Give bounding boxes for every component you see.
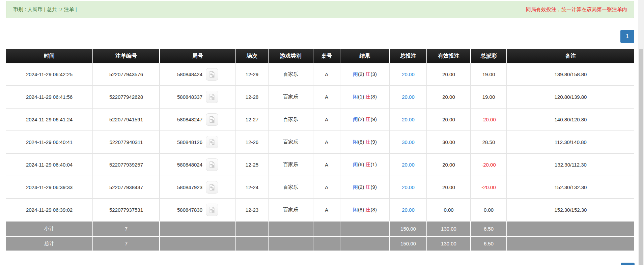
cell-session: 12-25 <box>236 153 269 176</box>
round-video-button[interactable] <box>206 136 218 148</box>
film-document-icon <box>208 183 216 191</box>
total-bet-link[interactable]: 20.00 <box>402 162 415 168</box>
cell-table-no: A <box>313 63 340 85</box>
cell-game-type: 百家乐 <box>269 130 313 153</box>
film-document-icon <box>208 206 216 214</box>
total-bet-link[interactable]: 20.00 <box>402 117 415 122</box>
cell-bet-id: 522077943576 <box>93 63 160 85</box>
total-bet-link[interactable]: 20.00 <box>402 207 415 213</box>
round-video-button[interactable] <box>206 91 218 103</box>
table-row: 2024-11-29 06:42:25 522077943576 5808484… <box>6 63 634 85</box>
cell-game-type: 百家乐 <box>269 176 313 198</box>
table-row: 2024-11-29 06:40:41 522077940311 5808481… <box>6 130 634 153</box>
cell-payout: 19.00 <box>471 63 507 85</box>
total-bet-link[interactable]: 30.00 <box>402 139 415 145</box>
vertical-scrollbar[interactable] <box>638 0 644 265</box>
col-header-session: 场次 <box>236 49 269 63</box>
cell-remark: 132.30/112.30 <box>507 153 634 176</box>
cell-bet-id: 522077942628 <box>93 85 160 108</box>
table-row: 2024-11-29 06:41:56 522077942628 5808483… <box>6 85 634 108</box>
subtotal-valid-bet: 130.00 <box>427 221 471 236</box>
col-header-time: 时间 <box>6 49 93 63</box>
result-banker-label: 庄 <box>366 71 371 77</box>
film-document-icon <box>208 138 216 146</box>
cell-total-bet: 20.00 <box>390 176 427 198</box>
scrollbar-thumb[interactable] <box>639 49 643 265</box>
cell-table-no: A <box>313 176 340 198</box>
cell-remark: 139.80/158.80 <box>507 63 634 85</box>
cell-session: 12-28 <box>236 85 269 108</box>
cell-time: 2024-11-29 06:40:04 <box>6 153 93 176</box>
table-row: 2024-11-29 06:40:04 522077939257 5808480… <box>6 153 634 176</box>
round-video-button[interactable] <box>206 158 218 171</box>
content-area: 币别 : 人民币 | 总共 :7 注单 | 同局有效投注，统一计算在该局第一张注… <box>6 0 634 251</box>
subtotal-payout: 6.50 <box>471 221 507 236</box>
cell-valid-bet: 20.00 <box>427 176 471 198</box>
result-player-label: 闲 <box>353 71 358 77</box>
film-document-icon <box>208 70 216 78</box>
currency-summary-text: 币别 : 人民币 | 总共 :7 注单 | <box>13 6 77 13</box>
page-1-button[interactable]: 1 <box>620 30 634 43</box>
cell-remark: 120.80/139.80 <box>507 85 634 108</box>
result-banker-label: 庄 <box>366 116 371 122</box>
result-banker-label: 庄 <box>366 207 371 212</box>
film-document-icon <box>208 93 216 101</box>
round-video-button[interactable] <box>206 68 218 81</box>
bet-records-table: 时间 注单编号 局号 场次 游戏类别 桌号 结果 总投注 有效投注 总派彩 备注… <box>6 49 634 251</box>
cell-session: 12-27 <box>236 108 269 130</box>
cell-result: 闲(2) 庄(9) <box>340 108 390 130</box>
cell-bet-id: 522077941591 <box>93 108 160 130</box>
result-banker-score: (8) <box>371 94 377 99</box>
cell-remark: 152.30/152.30 <box>507 198 634 221</box>
cell-total-bet: 20.00 <box>390 85 427 108</box>
total-bet-link[interactable]: 20.00 <box>402 71 415 77</box>
page-1-button-bottom-partial[interactable] <box>621 263 635 265</box>
total-bet-link[interactable]: 20.00 <box>402 94 415 100</box>
col-header-round-no: 局号 <box>160 49 236 63</box>
cell-round-no: 580848126 <box>177 139 202 145</box>
cell-result: 闲(8) 庄(8) <box>340 198 390 221</box>
cell-payout: -20.00 <box>471 153 507 176</box>
total-payout: 6.50 <box>471 236 507 251</box>
cell-round-no: 580847830 <box>177 207 202 213</box>
result-player-score: (1) <box>358 94 366 99</box>
cell-round-no: 580848424 <box>177 71 202 77</box>
cell-game-type: 百家乐 <box>269 108 313 130</box>
cell-valid-bet: 20.00 <box>427 85 471 108</box>
cell-game-type: 百家乐 <box>269 198 313 221</box>
valid-bet-notice-text: 同局有效投注，统一计算在该局第一张注单内 <box>526 6 627 13</box>
result-player-label: 闲 <box>353 161 358 167</box>
table-body: 2024-11-29 06:42:25 522077943576 5808484… <box>6 63 634 221</box>
cell-valid-bet: 20.00 <box>427 108 471 130</box>
bet-records-page: 币别 : 人民币 | 总共 :7 注单 | 同局有效投注，统一计算在该局第一张注… <box>0 0 644 265</box>
cell-valid-bet: 30.00 <box>427 130 471 153</box>
total-bet-link[interactable]: 20.00 <box>402 184 415 190</box>
result-player-score: (8) <box>358 139 366 145</box>
subtotal-row: 小计 7 150.00 130.00 6.50 <box>6 221 634 236</box>
round-video-button[interactable] <box>206 113 218 126</box>
col-header-game-type: 游戏类别 <box>269 49 313 63</box>
result-banker-score: (8) <box>371 207 377 212</box>
result-banker-score: (9) <box>371 184 377 190</box>
col-header-total-bet: 总投注 <box>390 49 427 63</box>
col-header-remark: 备注 <box>507 49 634 63</box>
cell-table-no: A <box>313 130 340 153</box>
result-player-score: (8) <box>358 207 366 212</box>
table-row: 2024-11-29 06:39:33 522077938437 5808479… <box>6 176 634 198</box>
result-banker-label: 庄 <box>366 161 371 167</box>
round-video-button[interactable] <box>206 181 218 194</box>
result-player-label: 闲 <box>353 207 358 212</box>
round-video-button[interactable] <box>206 204 218 216</box>
cell-remark: 152.30/132.30 <box>507 176 634 198</box>
cell-bet-id: 522077937531 <box>93 198 160 221</box>
table-row: 2024-11-29 06:39:02 522077937531 5808478… <box>6 198 634 221</box>
cell-remark: 112.30/140.80 <box>507 130 634 153</box>
cell-table-no: A <box>313 108 340 130</box>
result-banker-score: (9) <box>371 139 377 145</box>
summary-bar: 币别 : 人民币 | 总共 :7 注单 | 同局有效投注，统一计算在该局第一张注… <box>6 1 634 18</box>
result-banker-score: (1) <box>371 161 377 167</box>
cell-table-no: A <box>313 85 340 108</box>
cell-session: 12-29 <box>236 63 269 85</box>
col-header-result: 结果 <box>340 49 390 63</box>
cell-payout: -20.00 <box>471 108 507 130</box>
